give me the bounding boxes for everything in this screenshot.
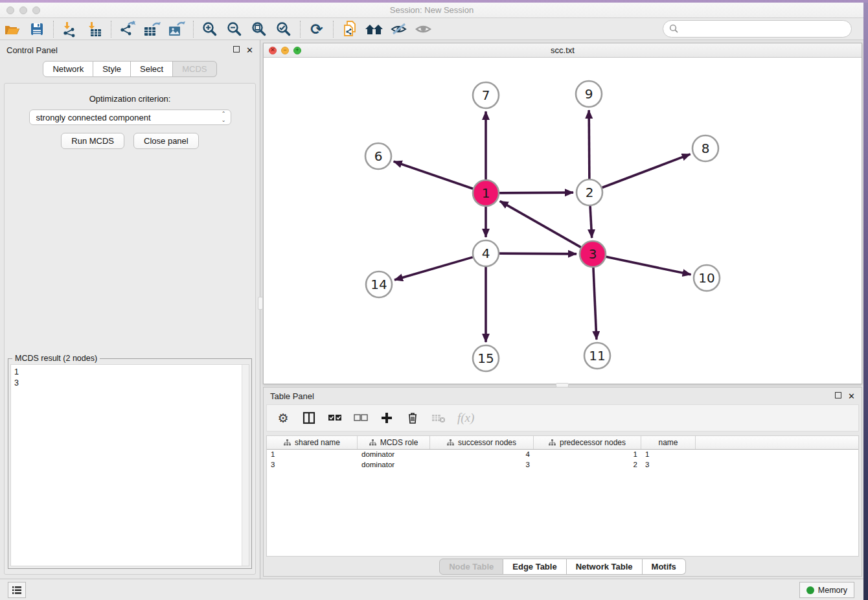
- memory-button[interactable]: Memory: [799, 582, 854, 598]
- table-cell[interactable]: 1: [641, 450, 696, 460]
- select-stepper-icon: ⌃⌄: [222, 111, 226, 123]
- tab-network[interactable]: Network: [43, 61, 93, 77]
- search-field[interactable]: [663, 20, 852, 38]
- zoom-in-icon[interactable]: [198, 19, 222, 39]
- network-canvas[interactable]: 7968124314101511: [264, 58, 862, 384]
- edge-3-11[interactable]: [593, 268, 597, 340]
- edge-2-3[interactable]: [590, 206, 592, 238]
- graph-node-3[interactable]: 3: [580, 241, 606, 267]
- svg-text:11: 11: [589, 348, 605, 363]
- column-header-shared-name[interactable]: shared name: [267, 436, 358, 449]
- close-table-panel-button[interactable]: ✕: [848, 391, 855, 401]
- table-toolbar: ⚙ f(x): [266, 404, 859, 432]
- graph-node-11[interactable]: 11: [584, 343, 610, 369]
- network-desktop: scc.txt ✕ − + 7968124314101511 Table Pan…: [260, 40, 863, 579]
- run-mcds-button[interactable]: Run MCDS: [61, 133, 124, 149]
- graph-node-8[interactable]: 8: [692, 135, 718, 161]
- table-cell[interactable]: 4: [430, 450, 534, 460]
- graph-node-2[interactable]: 2: [577, 179, 602, 205]
- float-panel-button[interactable]: [233, 45, 240, 54]
- criterion-select[interactable]: strongly connected component ⌃⌄: [29, 110, 231, 125]
- select-all-rows-icon[interactable]: [328, 413, 342, 422]
- delete-table-icon[interactable]: [431, 413, 446, 423]
- edge-1-2[interactable]: [499, 192, 573, 193]
- edge-1-6[interactable]: [394, 161, 473, 189]
- column-header-MCDS-role[interactable]: MCDS role: [358, 436, 430, 449]
- refresh-view-icon[interactable]: ⟳: [304, 19, 329, 39]
- show-all-icon[interactable]: [411, 19, 436, 39]
- table-cell[interactable]: 1: [267, 450, 358, 460]
- zoom-out-icon[interactable]: [222, 19, 247, 39]
- close-panel-button[interactable]: ✕: [246, 45, 253, 55]
- import-network-icon[interactable]: [58, 19, 82, 39]
- column-header-predecessor-nodes[interactable]: predecessor nodes: [534, 436, 641, 449]
- duplicate-network-icon[interactable]: [337, 19, 362, 39]
- save-session-icon[interactable]: [25, 19, 49, 39]
- tab-edge-table[interactable]: Edge Table: [503, 559, 566, 575]
- table-row[interactable]: 1dominator411: [267, 450, 858, 460]
- svg-text:3: 3: [589, 246, 597, 262]
- tab-node-table[interactable]: Node Table: [439, 559, 503, 575]
- edge-4-14[interactable]: [394, 257, 473, 280]
- export-network-icon[interactable]: [115, 19, 140, 39]
- tab-style[interactable]: Style: [93, 61, 131, 77]
- mcds-panel: Optimization criterion: strongly connect…: [4, 83, 256, 575]
- table-cell[interactable]: 2: [534, 460, 641, 470]
- maximize-network-button[interactable]: +: [293, 47, 301, 54]
- column-header-name[interactable]: name: [641, 436, 696, 449]
- graph-node-14[interactable]: 14: [366, 271, 392, 297]
- svg-text:1: 1: [482, 185, 490, 201]
- edge-4-3[interactable]: [499, 253, 577, 254]
- tab-mcds[interactable]: MCDS: [173, 61, 216, 77]
- task-history-button[interactable]: [8, 582, 26, 598]
- mcds-result-values: 1 3: [11, 365, 249, 389]
- first-neighbors-icon[interactable]: [362, 19, 387, 39]
- graph-node-6[interactable]: 6: [365, 143, 391, 169]
- open-session-icon[interactable]: [0, 19, 25, 39]
- table-cell[interactable]: 1: [534, 450, 641, 460]
- deselect-all-rows-icon[interactable]: [354, 413, 368, 422]
- import-table-icon[interactable]: [82, 19, 107, 39]
- table-cell[interactable]: dominator: [358, 460, 430, 470]
- graph-node-10[interactable]: 10: [694, 265, 720, 291]
- close-panel-button-2[interactable]: Close panel: [133, 133, 199, 149]
- edge-2-8[interactable]: [602, 154, 691, 188]
- table-cell[interactable]: 3: [267, 460, 358, 470]
- edge-3-10[interactable]: [606, 257, 691, 275]
- delete-column-icon[interactable]: [405, 411, 420, 424]
- graph-node-15[interactable]: 15: [473, 345, 499, 371]
- table-settings-icon[interactable]: ⚙: [276, 411, 290, 426]
- toggle-panel-icon[interactable]: [302, 411, 316, 424]
- zoom-fit-icon[interactable]: [247, 19, 271, 39]
- result-scrollbar[interactable]: [242, 365, 249, 566]
- tab-network-table[interactable]: Network Table: [567, 559, 643, 575]
- export-image-icon[interactable]: [165, 19, 189, 39]
- graph-node-7[interactable]: 7: [473, 82, 499, 108]
- tab-motifs[interactable]: Motifs: [643, 559, 686, 575]
- close-network-button[interactable]: ✕: [269, 47, 277, 54]
- add-column-icon[interactable]: [380, 412, 394, 424]
- network-graph[interactable]: 7968124314101511: [264, 58, 862, 384]
- minimize-network-button[interactable]: −: [281, 47, 289, 54]
- table-row[interactable]: 3dominator323: [267, 460, 858, 470]
- graph-node-4[interactable]: 4: [473, 240, 499, 266]
- tab-select[interactable]: Select: [131, 61, 173, 77]
- apply-function-icon[interactable]: f(x): [457, 411, 474, 425]
- mcds-result-list[interactable]: 1 3: [10, 364, 249, 566]
- table-cell[interactable]: 3: [641, 460, 696, 470]
- svg-text:2: 2: [586, 185, 594, 200]
- graph-node-1[interactable]: 1: [473, 180, 499, 206]
- horizontal-splitter-handle[interactable]: [258, 297, 263, 310]
- hide-selected-icon[interactable]: [387, 19, 411, 39]
- vertical-splitter-handle[interactable]: [556, 383, 569, 387]
- edge-2-9[interactable]: [589, 110, 589, 179]
- graph-node-9[interactable]: 9: [576, 81, 602, 107]
- export-table-icon[interactable]: [140, 19, 165, 39]
- table-cell[interactable]: 3: [430, 460, 534, 470]
- float-table-panel-button[interactable]: [835, 391, 841, 400]
- column-header-successor-nodes[interactable]: successor nodes: [430, 436, 534, 449]
- zoom-selected-icon[interactable]: [271, 19, 296, 39]
- table-cell[interactable]: dominator: [358, 450, 430, 460]
- edge-3-1[interactable]: [500, 201, 581, 247]
- mcds-result-group: MCDS result (2 nodes) 1 3: [8, 358, 252, 569]
